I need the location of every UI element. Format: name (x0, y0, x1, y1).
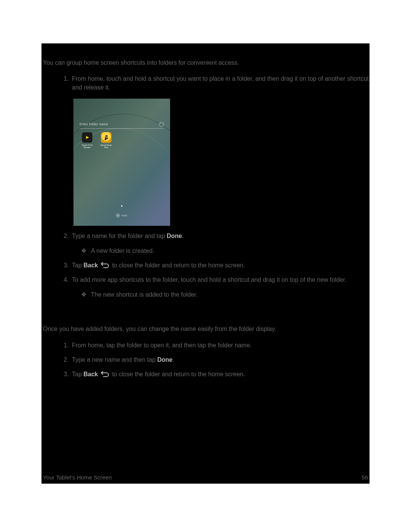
step-1: From home, touch and hold a shortcut you… (70, 75, 370, 226)
palette-icon[interactable] (159, 122, 164, 127)
step-2-text: Type a name for the folder and tap Done. (72, 233, 184, 239)
rename-step-2-a: Type a new name and then tap (72, 356, 157, 363)
back-icon (100, 262, 110, 269)
step-1-text: From home, touch and hold a shortcut you… (72, 75, 369, 90)
create-folder-steps: From home, touch and hold a shortcut you… (41, 75, 370, 299)
back-label-2: Back (83, 371, 98, 377)
rename-step-2: Type a new name and then tap Done. (70, 356, 370, 364)
play-icon (84, 135, 90, 140)
app-icon-sprint-music (101, 132, 112, 143)
step-3: Tap Back to close the folder and return … (70, 261, 370, 270)
section-gap (41, 305, 370, 325)
step-3-text-b: to close the folder and return to the ho… (112, 262, 245, 268)
tablet-screenshot: Enter folder name Sprint TV & Movies (73, 99, 170, 226)
rename-step-3: Tap Back to close the folder and return … (70, 370, 370, 379)
page-number: 56 (362, 473, 368, 481)
step-4-sub-1: The new shortcut is added to the folder. (81, 291, 370, 299)
rename-step-1: From home, tap the folder to open it, an… (70, 341, 370, 350)
done-label: Done (167, 233, 182, 239)
step-4: To add more app shortcuts to the folder,… (70, 276, 370, 299)
rename-step-2-text: Type a new name and then tap Done. (72, 356, 174, 363)
rename-intro: Once you have added folders, you can cha… (41, 325, 370, 333)
page-footer: Your Tablet's Home Screen 56 (43, 473, 368, 481)
rename-step-3-a: Tap (72, 371, 83, 377)
app-sprint-tv[interactable]: Sprint TV & Movies (80, 132, 95, 149)
done-label-2: Done (157, 356, 172, 363)
step-3-text-a: Tap (72, 262, 83, 268)
step-2-text-a: Type a name for the folder and tap (72, 233, 167, 239)
folder-name-placeholder: Enter folder name (80, 122, 108, 127)
wallpaper-swoosh (73, 99, 170, 226)
step-4-sublist: The new shortcut is added to the folder. (72, 291, 370, 299)
rename-step-3-text: Tap Back to close the folder and return … (72, 371, 245, 377)
add-label: ADD (122, 214, 128, 217)
folder-name-field[interactable]: Enter folder name (80, 120, 164, 129)
intro-paragraph: You can group home screen shortcuts into… (41, 43, 370, 67)
step-2-sublist: A new folder is created. (72, 247, 370, 255)
app-label-sprint-tv: Sprint TV & Movies (80, 144, 95, 149)
rename-step-1-text: From home, tap the folder to open it, an… (72, 342, 252, 348)
rename-step-3-b: to close the folder and return to the ho… (112, 371, 245, 377)
back-label: Back (83, 262, 98, 268)
step-3-text: Tap Back to close the folder and return … (72, 262, 245, 268)
music-note-icon (104, 135, 109, 140)
wallpaper-swoosh-2 (73, 114, 170, 226)
page-content: You can group home screen shortcuts into… (41, 43, 370, 484)
folder-add-button[interactable]: ADD (73, 214, 170, 217)
footer-section-title: Your Tablet's Home Screen (43, 473, 112, 481)
step-4-text: To add more app shortcuts to the folder,… (72, 276, 346, 283)
document-page: You can group home screen shortcuts into… (0, 0, 411, 532)
page-indicator-dot (121, 205, 123, 207)
app-label-sprint-music: Sprint Music Plus (99, 144, 114, 149)
app-sprint-music[interactable]: Sprint Music Plus (99, 132, 114, 149)
step-2-text-b: . (182, 233, 183, 239)
back-icon (100, 371, 110, 378)
svg-marker-0 (86, 136, 89, 139)
app-icon-sprint-tv (82, 132, 92, 143)
plus-icon (116, 214, 120, 217)
step-2-sub-1: A new folder is created. (81, 247, 370, 255)
step-2: Type a name for the folder and tap Done.… (70, 232, 370, 255)
folder-apps-row: Sprint TV & Movies Sprint Music Plus (80, 132, 114, 149)
rename-step-2-b: . (172, 356, 174, 363)
rename-folder-steps: From home, tap the folder to open it, an… (41, 341, 370, 379)
